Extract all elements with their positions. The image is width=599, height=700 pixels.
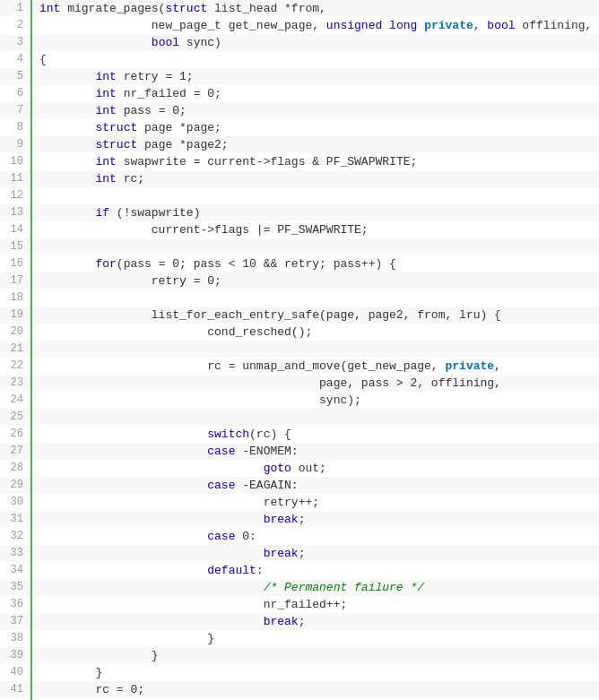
line-number: 11	[0, 170, 32, 187]
line-number: 33	[0, 545, 32, 562]
code-text	[39, 428, 207, 441]
code-text	[382, 19, 389, 32]
code-text	[39, 615, 264, 628]
code-text: -EAGAIN:	[235, 479, 298, 492]
line-content: int rc;	[39, 170, 599, 187]
code-line: 25	[0, 409, 599, 426]
keyword: break	[264, 513, 299, 526]
keyword: switch	[207, 428, 249, 441]
code-text	[39, 206, 95, 220]
code-text: ,	[473, 19, 488, 32]
code-text	[39, 155, 95, 169]
line-number: 27	[0, 443, 32, 460]
line-content: struct page *page;	[39, 119, 599, 136]
code-text: ;	[299, 547, 306, 560]
line-content: break;	[39, 545, 599, 562]
code-line: 6 int nr_failed = 0;	[0, 85, 599, 102]
line-number: 8	[0, 119, 32, 136]
line-content: for(pass = 0; pass < 10 && retry; pass++…	[39, 255, 599, 272]
code-text: rc;	[117, 172, 144, 186]
keyword: int	[95, 104, 116, 117]
keyword: long	[389, 19, 417, 32]
code-line: 39 }	[0, 647, 599, 664]
line-content: new_page_t get_new_page, unsigned long p…	[39, 17, 599, 34]
line-content: page, pass > 2, offlining,	[39, 375, 599, 392]
keyword: bool	[152, 36, 179, 49]
line-content: int retry = 1;	[39, 68, 599, 85]
code-line: 33 break;	[0, 545, 599, 562]
keyword: goto	[264, 462, 291, 475]
line-number: 29	[0, 477, 32, 494]
code-line: 18	[0, 290, 599, 307]
keyword-private: private	[424, 19, 473, 32]
code-line: 14 current->flags |= PF_SWAPWRITE;	[0, 221, 599, 238]
code-text: (rc) {	[249, 428, 291, 441]
line-content: retry = 0;	[39, 272, 599, 290]
line-content: if (!swapwrite)	[39, 204, 599, 221]
line-number: 36	[0, 596, 32, 613]
code-text: pass = 0;	[117, 104, 187, 117]
code-container: 1int migrate_pages(struct list_head *fro…	[0, 0, 599, 700]
code-line: 27 case -ENOMEM:	[0, 443, 599, 460]
code-text: 0:	[235, 530, 256, 543]
line-content: switch(rc) {	[39, 426, 599, 443]
line-number: 32	[0, 528, 32, 545]
line-number: 1	[0, 0, 32, 17]
line-number: 19	[0, 307, 32, 324]
line-content: break;	[39, 613, 599, 630]
code-text	[39, 564, 207, 577]
code-line: 41 rc = 0;	[0, 681, 599, 698]
line-number: 22	[0, 358, 32, 375]
line-content: rc = unmap_and_move(get_new_page, privat…	[39, 358, 599, 375]
code-text	[39, 104, 95, 117]
code-text	[39, 479, 207, 492]
comment: /* Permanent failure */	[264, 581, 424, 594]
keyword: struct	[95, 121, 137, 134]
keyword: int	[95, 172, 116, 186]
line-content: default:	[39, 562, 599, 579]
keyword: break	[264, 615, 299, 628]
keyword: break	[264, 547, 299, 560]
line-number: 39	[0, 647, 32, 664]
code-text: retry = 0;	[39, 274, 221, 288]
line-content: sync);	[39, 392, 599, 409]
code-text: list_head *from,	[207, 2, 326, 15]
code-text	[39, 513, 264, 526]
line-content: int migrate_pages(struct list_head *from…	[39, 0, 599, 17]
line-number: 24	[0, 392, 32, 409]
code-line: 4{	[0, 51, 599, 68]
code-text	[39, 138, 95, 151]
line-number: 4	[0, 51, 32, 68]
code-text: rc = 0;	[39, 683, 144, 696]
code-line: 38 }	[0, 630, 599, 647]
line-number: 40	[0, 664, 32, 681]
line-content: current->flags |= PF_SWAPWRITE;	[39, 221, 599, 238]
line-content: {	[39, 51, 599, 68]
code-text: offlining,	[516, 19, 593, 32]
code-text	[39, 121, 95, 134]
code-line: 1int migrate_pages(struct list_head *fro…	[0, 0, 599, 17]
keyword: case	[207, 445, 235, 458]
line-content: nr_failed++;	[39, 596, 599, 613]
keyword: int	[95, 155, 116, 169]
code-text: page, pass > 2, offlining,	[39, 376, 501, 390]
line-content: int swapwrite = current->flags & PF_SWAP…	[39, 153, 599, 170]
code-line: 11 int rc;	[0, 170, 599, 187]
keyword: for	[95, 257, 116, 271]
code-line: 5 int retry = 1;	[0, 68, 599, 85]
code-text: page *page2;	[137, 138, 228, 151]
code-line: 35 /* Permanent failure */	[0, 579, 599, 596]
line-content: case 0:	[39, 528, 599, 545]
code-text	[417, 19, 424, 32]
line-number: 17	[0, 272, 32, 290]
line-number: 6	[0, 85, 32, 102]
line-number: 25	[0, 409, 32, 426]
line-content: }	[39, 664, 599, 681]
keyword: struct	[95, 138, 137, 151]
line-content: break;	[39, 511, 599, 528]
keyword: if	[95, 206, 109, 220]
keyword: int	[95, 70, 116, 83]
code-text	[39, 581, 264, 594]
keyword-private: private	[445, 359, 494, 373]
line-content: struct page *page2;	[39, 136, 599, 153]
